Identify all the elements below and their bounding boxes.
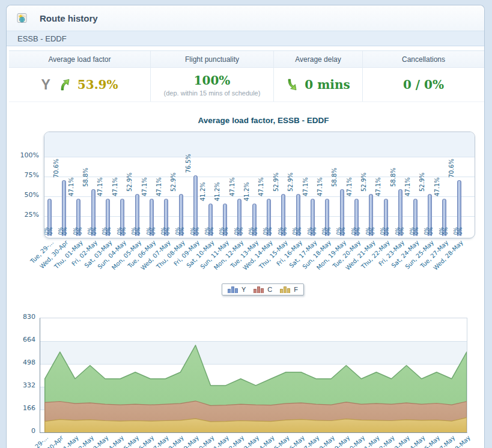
zero-value-label: 0% <box>195 227 200 235</box>
y-axis-label: 830 <box>9 313 35 321</box>
load-factor-value: 53.9% <box>77 77 118 92</box>
zero-value-label: 0% <box>341 227 346 235</box>
zero-value-label: 0% <box>399 227 405 235</box>
legend-bars-icon <box>254 286 264 293</box>
legend-mini-bar <box>257 286 260 293</box>
stat-label-load-factor: Average load factor <box>9 51 151 67</box>
route-history-window: Route history ESSB - EDDF Average load f… <box>6 5 485 448</box>
legend-mini-bar <box>287 288 290 293</box>
bar-value-label: 70.6% <box>53 159 60 178</box>
zero-value-label: 0% <box>77 227 83 235</box>
zero-value-label: 0% <box>165 227 171 235</box>
zero-value-label: 0% <box>297 227 302 235</box>
stats-table: Average load factor Flight punctuality A… <box>9 50 484 102</box>
zero-value-label: 0% <box>458 227 463 235</box>
zero-value-label: 0% <box>92 227 97 235</box>
bar-value-label: 47.1% <box>346 177 353 196</box>
zero-value-label: 0% <box>356 227 361 235</box>
bar-value-label: 41.2% <box>243 182 251 201</box>
stats-value-row: Y 53.9% 100% (dep. within 15 mins of sch… <box>9 68 484 102</box>
zero-value-label: 0% <box>238 227 244 235</box>
page-title: Route history <box>40 13 98 23</box>
bar-value-label: 47.1% <box>156 177 163 196</box>
bar-value-label: 58.8% <box>82 168 90 187</box>
class-letter: Y <box>41 77 50 93</box>
bar-value-label: 47.1% <box>404 177 412 196</box>
route-history-icon <box>17 13 28 23</box>
bar-value-label: 47.1% <box>44 177 46 196</box>
route-subheader: ESSB - EDDF <box>7 31 484 46</box>
zero-value-label: 0% <box>223 227 229 235</box>
stat-cell-punctuality: 100% (dep. within 15 mins of schedule) <box>151 68 274 101</box>
legend-item-f[interactable]: F <box>280 286 298 293</box>
zero-value-label: 0% <box>121 227 127 235</box>
window-titlebar: Route history <box>7 5 484 31</box>
zero-value-label: 0% <box>312 227 317 235</box>
legend-label: F <box>294 286 298 293</box>
legend-mini-bar <box>261 288 264 293</box>
stat-cell-cancellations: 0 / 0% <box>363 68 484 101</box>
stat-cell-delay: 0 mins <box>274 68 363 101</box>
y-axis-label: 25% <box>11 211 39 219</box>
y-axis-label: 0 <box>9 427 35 435</box>
area-chart-svg <box>40 318 467 432</box>
y-axis-label: 50% <box>11 191 39 199</box>
up-arrow-icon <box>59 79 70 91</box>
x-axis-label: Tue, 29-... <box>24 434 50 448</box>
stat-label-punctuality: Flight punctuality <box>151 51 274 67</box>
legend-bars-icon <box>280 286 290 293</box>
zero-value-label: 0% <box>151 227 156 235</box>
zero-value-label: 0% <box>443 227 449 235</box>
bar-value-label: 52.9% <box>273 172 280 192</box>
y-axis-label: 75% <box>11 171 39 179</box>
zero-value-label: 0% <box>326 227 332 235</box>
legend-label: Y <box>241 286 246 293</box>
bar-value-label: 47.1% <box>434 177 441 196</box>
zero-value-label: 0% <box>414 227 419 235</box>
legend-mini-bar <box>231 286 234 293</box>
bar-value-label: 47.1% <box>97 177 104 196</box>
chart-legend: YCF <box>222 283 304 295</box>
stat-label-delay: Average delay <box>274 51 363 67</box>
stat-label-cancellations: Cancellations <box>363 51 484 67</box>
bar-value-label: 52.9% <box>126 172 133 192</box>
bar-value-label: 52.9% <box>419 172 426 192</box>
legend-mini-bar <box>284 286 287 293</box>
zero-value-label: 0% <box>209 227 214 235</box>
stat-cell-load-factor: Y 53.9% <box>9 68 151 101</box>
zero-value-label: 0% <box>253 227 258 235</box>
y-axis-label: 166 <box>9 404 35 412</box>
zero-value-label: 0% <box>267 227 273 235</box>
bar-chart-plot: 47.1%70.6%47.1%58.8%47.1%47.1%52.9%47.1%… <box>44 132 475 238</box>
zero-value-label: 0% <box>370 227 375 235</box>
bar-value-label: 41.2% <box>199 182 207 201</box>
zero-value-label: 0% <box>62 227 68 235</box>
zero-value-label: 0% <box>48 227 53 235</box>
bar-value-label: 47.1% <box>302 177 309 196</box>
y-axis-label: 100% <box>11 151 39 159</box>
legend-label: C <box>267 286 272 293</box>
grid-line <box>44 157 475 157</box>
punctuality-value: 100% <box>194 73 231 88</box>
zero-value-label: 0% <box>282 227 288 235</box>
bar-value-label: 52.9% <box>360 172 368 192</box>
zero-value-label: 0% <box>384 227 390 235</box>
bar-value-label: 58.8% <box>331 168 338 187</box>
legend-mini-bar <box>254 289 257 293</box>
grid-line <box>44 196 475 197</box>
bar-value-label: 58.8% <box>390 168 397 187</box>
bar-value-label: 52.9% <box>287 172 294 192</box>
cancellations-value: 0 / 0% <box>403 77 444 92</box>
bar-value-label: 47.1% <box>112 177 119 196</box>
zero-value-label: 0% <box>136 227 141 235</box>
legend-bars-icon <box>228 286 238 293</box>
legend-item-c[interactable]: C <box>254 286 272 293</box>
legend-mini-bar <box>228 289 231 293</box>
legend-mini-bar <box>235 288 238 293</box>
bar-chart-title: Average load factor, ESSB - EDDF <box>43 116 484 125</box>
bar-value-label: 41.2% <box>214 182 221 201</box>
legend-item-y[interactable]: Y <box>228 286 246 293</box>
bar-value-label: 47.1% <box>258 177 265 196</box>
zero-value-label: 0% <box>428 227 434 235</box>
down-arrow-icon <box>286 79 297 91</box>
